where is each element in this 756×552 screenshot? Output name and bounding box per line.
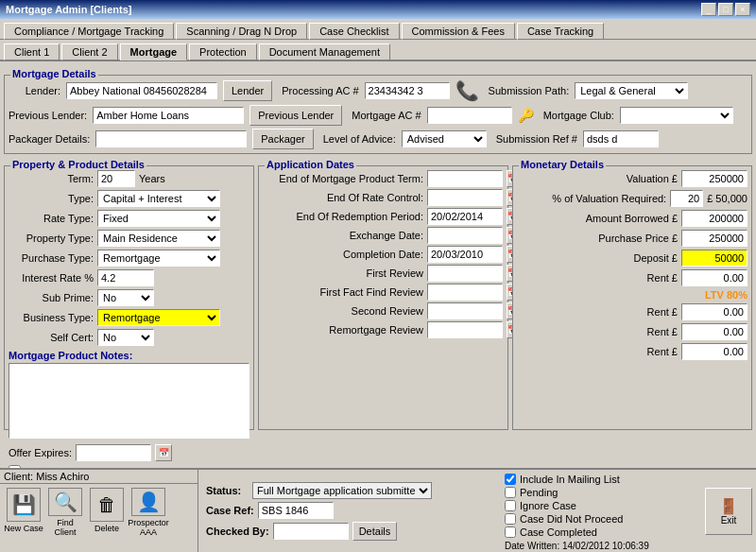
pending-checkbox[interactable]: [505, 487, 516, 498]
ignore-case-checkbox[interactable]: [505, 500, 516, 511]
end-rate-label: End Of Rate Control:: [263, 192, 423, 203]
pending-label: Pending: [520, 487, 558, 498]
interest-rate-input[interactable]: [97, 269, 154, 286]
amount-borrowed-label: Amount Borrowed £: [545, 213, 678, 224]
remortgage-input[interactable]: [427, 321, 503, 338]
include-mailing-checkbox[interactable]: [505, 474, 516, 485]
end-redemption-label: End Of Redemption Period:: [263, 211, 423, 222]
end-mortgage-label: End of Mortgage Product Term:: [263, 173, 423, 184]
rent2-input[interactable]: [681, 303, 747, 320]
client-name: Client: Miss Achiro: [0, 470, 198, 484]
exchange-input[interactable]: [427, 227, 503, 244]
amount-borrowed-input[interactable]: [681, 210, 747, 227]
remortgage-label: Remortgage Review: [263, 324, 423, 336]
valuation-input[interactable]: [681, 170, 747, 187]
notes-textarea[interactable]: [9, 363, 249, 439]
completed-checkbox[interactable]: [505, 526, 516, 538]
checked-by-label: Checked By:: [206, 526, 269, 537]
exit-button[interactable]: 🚪 Exit: [705, 488, 752, 535]
end-rate-input[interactable]: [427, 189, 503, 206]
tab-case-checklist[interactable]: Case Checklist: [309, 23, 399, 40]
details-button[interactable]: Details: [352, 522, 398, 541]
offer-expires-calendar[interactable]: 📅: [155, 444, 172, 461]
processing-ac-input[interactable]: [365, 82, 450, 99]
status-label: Status:: [206, 485, 249, 496]
case-ref-input[interactable]: [258, 502, 334, 519]
tab-row-2: Client 1 Client 2 Mortgage Protection Do…: [0, 40, 756, 61]
rent4-input[interactable]: [681, 343, 747, 360]
new-case-tool[interactable]: 💾 New Case: [4, 488, 43, 537]
packager-button[interactable]: Packager: [252, 129, 313, 149]
tab-case-tracking[interactable]: Case Tracking: [517, 23, 604, 40]
tab-client2[interactable]: Client 2: [61, 43, 117, 60]
tab-client1[interactable]: Client 1: [4, 43, 60, 60]
type-label: Type:: [9, 193, 94, 204]
level-advice-label: Level of Advice:: [323, 133, 396, 145]
rent3-input[interactable]: [681, 323, 747, 340]
submission-ref-input[interactable]: [583, 130, 659, 147]
self-cert-label: Self Cert:: [9, 332, 94, 343]
prospector-tool[interactable]: 👤 Prospector AAA: [129, 488, 168, 537]
second-review-input[interactable]: [427, 302, 503, 319]
prev-lender-label: Previous Lender:: [9, 110, 87, 121]
rate-type-select[interactable]: Fixed: [97, 210, 220, 227]
lender-input[interactable]: [66, 82, 217, 99]
tab-commission[interactable]: Commission & Fees: [402, 23, 515, 40]
completion-input[interactable]: [427, 246, 503, 263]
lender-button[interactable]: Lender: [223, 80, 272, 101]
rent1-input[interactable]: [681, 269, 747, 286]
mortgage-ac-input[interactable]: [427, 107, 512, 124]
packager-input[interactable]: [95, 130, 247, 147]
tab-compliance[interactable]: Compliance / Mortgage Tracking: [4, 23, 174, 40]
did-not-proceed-checkbox[interactable]: [505, 513, 516, 525]
no-redemption-label: No Redemption Penalty: [25, 466, 134, 469]
purchase-price-input[interactable]: [681, 230, 747, 247]
first-fact-input[interactable]: [427, 284, 503, 301]
end-redemption-input[interactable]: [427, 208, 503, 225]
maximize-button[interactable]: □: [718, 3, 733, 16]
prev-lender-button[interactable]: Previous Lender: [249, 105, 342, 126]
did-not-proceed-label: Case Did Not Proceed: [520, 513, 623, 525]
minimize-button[interactable]: _: [701, 3, 716, 16]
offer-expires-input[interactable]: [76, 444, 151, 461]
pct-input[interactable]: [670, 190, 703, 207]
case-ref-label: Case Ref:: [206, 505, 254, 516]
type-select[interactable]: Capital + Interest: [97, 190, 220, 207]
level-advice-select[interactable]: Advised: [402, 130, 487, 147]
no-redemption-checkbox[interactable]: [9, 465, 21, 468]
mortgage-club-select[interactable]: [620, 107, 733, 124]
purchase-type-label: Purchase Type:: [9, 252, 94, 264]
find-client-label: Find Client: [45, 518, 85, 537]
property-type-label: Property Type:: [9, 233, 94, 244]
term-input[interactable]: [97, 170, 135, 187]
property-type-select[interactable]: Main Residence: [97, 230, 220, 247]
prev-lender-input[interactable]: [93, 107, 244, 124]
delete-tool[interactable]: 🗑 Delete: [87, 488, 127, 537]
deposit-label: Deposit £: [545, 252, 678, 264]
business-type-label: Business Type:: [9, 312, 94, 323]
tab-document-management[interactable]: Document Management: [259, 43, 390, 60]
close-button[interactable]: ×: [735, 3, 750, 16]
tab-protection[interactable]: Protection: [189, 43, 257, 60]
tab-mortgage[interactable]: Mortgage: [120, 43, 188, 60]
find-client-tool[interactable]: 🔍 Find Client: [45, 488, 85, 537]
checked-by-input[interactable]: [273, 523, 349, 540]
purchase-type-select[interactable]: Remortgage: [97, 250, 220, 267]
first-fact-label: First Fact Find Review: [263, 286, 423, 298]
exit-icon: 🚪: [719, 497, 738, 515]
end-mortgage-input[interactable]: [427, 170, 503, 187]
business-type-select[interactable]: Remortgage: [97, 309, 220, 326]
submission-path-select[interactable]: Legal & General: [575, 82, 688, 99]
tab-scanning[interactable]: Scanning / Drag N Drop: [176, 23, 307, 40]
sub-prime-select[interactable]: No: [97, 289, 154, 306]
ltv-label: LTV 80%: [615, 289, 747, 301]
title-bar: Mortgage Admin [Clients] _ □ ×: [0, 0, 756, 19]
first-review-input[interactable]: [427, 265, 503, 282]
rent3-label: Rent £: [545, 326, 678, 337]
status-select[interactable]: Full Mortgage application submitted: [252, 482, 432, 499]
deposit-input[interactable]: [681, 250, 747, 267]
phone-icon[interactable]: 📞: [455, 79, 479, 102]
interest-rate-label: Interest Rate %: [9, 272, 94, 284]
date-written: Date Written: 14/02/2012 10:06:39: [505, 541, 649, 551]
self-cert-select[interactable]: No: [97, 329, 154, 346]
